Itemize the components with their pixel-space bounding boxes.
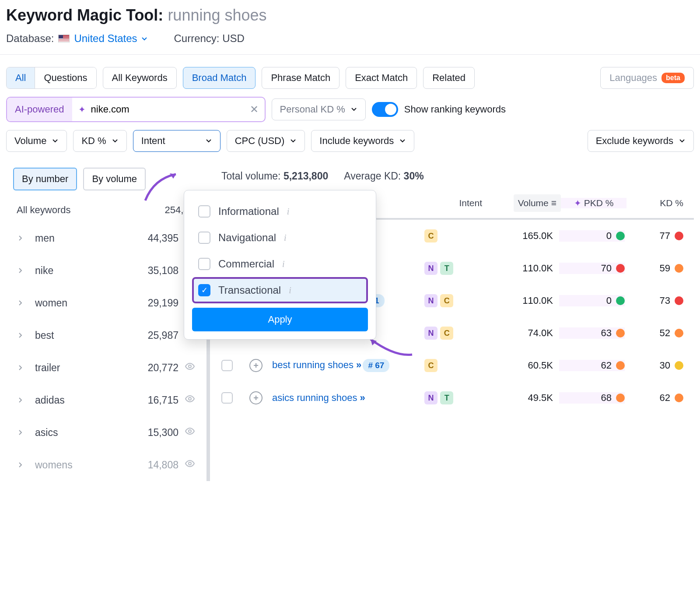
info-icon: i <box>289 285 291 295</box>
eye-icon[interactable] <box>185 426 198 439</box>
sidebar-item-count: 16,715 <box>148 394 178 406</box>
sidebar-item-label: asics <box>35 427 142 439</box>
chevron-right-icon <box>17 362 29 374</box>
eye-icon[interactable] <box>185 458 198 471</box>
sidebar-item-label: adidas <box>35 394 142 406</box>
intent-tag: N <box>424 262 438 275</box>
col-kd[interactable]: KD % <box>626 198 683 208</box>
chevron-right-icon <box>17 394 29 406</box>
intent-tag: C <box>424 229 438 242</box>
col-pkd[interactable]: ✦PKD % <box>574 198 614 208</box>
sidebar-item-label: womens <box>35 459 142 471</box>
sparkle-icon: ✦ <box>78 104 86 115</box>
chevron-right-icon <box>17 330 29 341</box>
sidebar-item-label: nike <box>35 265 142 277</box>
tab-by-number[interactable]: By number <box>13 168 77 190</box>
tab-all-keywords[interactable]: All Keywords <box>103 67 177 89</box>
sidebar-all-keywords[interactable]: All keywords 254,458 <box>6 198 210 222</box>
filter-kd[interactable]: KD % <box>73 130 126 152</box>
intent-tag: C <box>440 294 453 307</box>
personal-kd-dropdown[interactable]: Personal KD % <box>272 98 366 120</box>
sidebar-item[interactable]: men 44,395 <box>6 222 206 254</box>
sidebar-item[interactable]: trailer 20,772 <box>6 351 206 384</box>
tab-by-volume[interactable]: By volume <box>83 168 146 190</box>
chevron-right-icon <box>17 297 29 309</box>
eye-icon[interactable] <box>185 361 198 374</box>
search-query: running shoes <box>168 6 266 24</box>
tab-phrase-match[interactable]: Phrase Match <box>262 67 340 89</box>
row-checkbox[interactable] <box>221 360 233 371</box>
intent-option-navigational[interactable]: Navigationali <box>192 225 368 251</box>
volume-cell: 60.5K <box>479 360 557 371</box>
sidebar-item-count: 25,987 <box>148 330 178 341</box>
ai-domain-input-wrap: AI-powered ✦ ✕ <box>6 97 266 122</box>
intent-option-informational[interactable]: Informationali <box>192 198 368 225</box>
intent-tag: T <box>440 391 453 404</box>
kd-cell: 30 <box>626 360 683 371</box>
filter-include[interactable]: Include keywords <box>311 130 414 152</box>
apply-button[interactable]: Apply <box>192 308 368 331</box>
intent-option-commercial[interactable]: Commerciali <box>192 251 368 277</box>
tab-related[interactable]: Related <box>423 67 475 89</box>
intent-cell: N C <box>424 327 477 340</box>
volume-cell: 49.5K <box>479 392 557 404</box>
intent-option-transactional[interactable]: ✓Transactionali <box>192 277 368 303</box>
sidebar-item-label: women <box>35 297 142 309</box>
database-selector[interactable]: Database: United States <box>6 32 148 45</box>
pkd-cell: 62 <box>559 360 625 371</box>
chevron-down-icon <box>141 32 148 45</box>
filter-intent[interactable]: Intent <box>133 130 220 152</box>
row-checkbox[interactable] <box>221 392 233 404</box>
toggle-label: Show ranking keywords <box>404 104 506 115</box>
col-intent[interactable]: Intent <box>430 198 482 208</box>
svg-point-5 <box>189 397 191 400</box>
rank-pill: # 67 <box>363 359 389 372</box>
sidebar-item[interactable]: nike 35,108 <box>6 254 206 287</box>
sidebar-item[interactable]: asics 15,300 <box>6 416 206 449</box>
currency-label: Currency: USD <box>174 32 245 45</box>
clear-icon[interactable]: ✕ <box>250 103 259 116</box>
sidebar-item[interactable]: women 29,199 <box>6 287 206 319</box>
keyword-link[interactable]: best running shoes » # 67 <box>272 359 423 372</box>
kd-cell: 52 <box>626 327 683 339</box>
tab-questions[interactable]: Questions <box>35 67 96 88</box>
col-volume[interactable]: Volume ≡ <box>514 194 561 212</box>
filter-volume[interactable]: Volume <box>6 130 67 152</box>
sidebar-item-count: 20,772 <box>148 362 178 374</box>
pkd-cell: 70 <box>559 263 625 274</box>
chevron-right-icon <box>17 232 29 244</box>
intent-dropdown: Informationali Navigationali Commerciali… <box>184 190 376 340</box>
languages-button[interactable]: Languages beta <box>600 67 694 89</box>
chevron-down-icon <box>205 135 212 147</box>
sidebar-item[interactable]: adidas 16,715 <box>6 384 206 416</box>
tab-broad-match[interactable]: Broad Match <box>183 67 256 89</box>
svg-point-4 <box>189 365 191 368</box>
expand-icon[interactable]: + <box>249 391 262 404</box>
chevron-right-icon <box>17 427 29 439</box>
sidebar-item[interactable]: womens 14,808 <box>6 449 206 481</box>
intent-cell: C <box>424 359 477 372</box>
avg-kd: Average KD: 30% <box>344 170 424 182</box>
intent-cell: C <box>424 229 477 242</box>
kd-cell: 73 <box>626 295 683 306</box>
domain-input[interactable] <box>91 104 245 115</box>
sidebar-item[interactable]: best 25,987 <box>6 319 206 351</box>
intent-tag: C <box>424 359 438 372</box>
intent-tag: N <box>424 327 438 340</box>
info-icon: i <box>287 207 290 217</box>
volume-cell: 74.0K <box>479 327 557 339</box>
eye-icon[interactable] <box>185 394 198 407</box>
sidebar-item-count: 44,395 <box>148 232 178 244</box>
table-row: + asics running shoes » N T 49.5K 68 62 <box>210 382 694 414</box>
expand-icon[interactable]: + <box>249 359 262 372</box>
intent-cell: N T <box>424 391 477 404</box>
filter-exclude[interactable]: Exclude keywords <box>588 130 694 152</box>
intent-tag: C <box>440 327 453 340</box>
show-ranking-toggle[interactable] <box>372 102 398 117</box>
keyword-link[interactable]: asics running shoes » <box>272 392 423 404</box>
filter-cpc[interactable]: CPC (USD) <box>227 130 305 152</box>
tab-all[interactable]: All <box>7 67 35 88</box>
chevron-right-icon <box>17 459 29 471</box>
tab-exact-match[interactable]: Exact Match <box>346 67 417 89</box>
chevron-down-icon <box>350 104 357 115</box>
